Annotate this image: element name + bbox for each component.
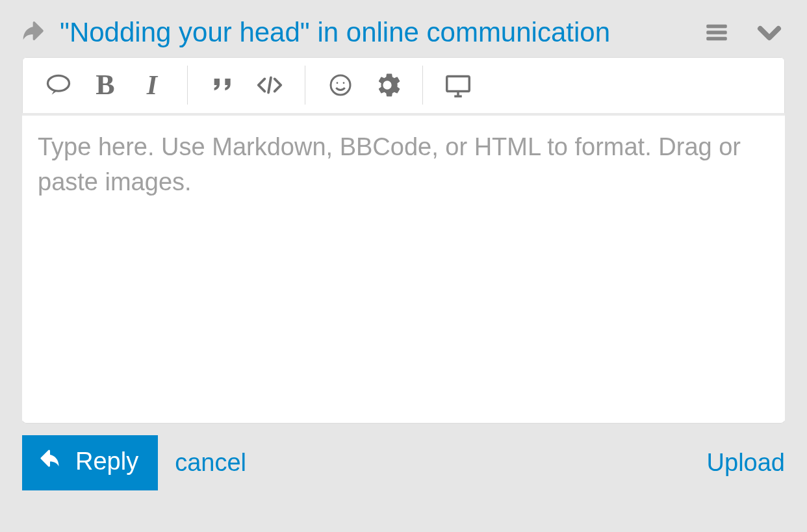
gear-icon	[374, 72, 400, 98]
reply-composer: "Nodding your head" in online communicat…	[0, 0, 807, 513]
monitor-icon	[443, 70, 473, 100]
emoji-button[interactable]	[317, 66, 364, 105]
svg-point-5	[331, 75, 350, 95]
code-icon	[255, 70, 285, 100]
header-right	[703, 17, 785, 48]
italic-icon: I	[147, 71, 157, 99]
header-left: "Nodding your head" in online communicat…	[22, 17, 690, 48]
code-button[interactable]	[246, 66, 293, 105]
reply-button-label: Reply	[75, 448, 138, 475]
cancel-link[interactable]: cancel	[175, 449, 246, 477]
svg-rect-1	[706, 31, 727, 34]
smile-icon	[327, 72, 353, 98]
editor-toolbar: B I	[22, 57, 785, 116]
bold-button[interactable]: B	[82, 66, 129, 105]
toolbar-separator	[422, 66, 423, 105]
svg-line-4	[268, 78, 271, 93]
svg-point-3	[48, 75, 70, 91]
toolbar-separator	[305, 66, 305, 105]
svg-point-7	[343, 82, 345, 84]
topic-title-link[interactable]: "Nodding your head" in online communicat…	[60, 17, 610, 48]
editor-panel: B I	[22, 57, 785, 424]
svg-rect-0	[706, 25, 727, 29]
composer-footer: Reply cancel Upload	[22, 435, 785, 490]
reply-arrow-icon	[22, 18, 48, 47]
svg-rect-8	[447, 77, 470, 92]
upload-link[interactable]: Upload	[707, 449, 785, 477]
italic-button[interactable]: I	[129, 66, 175, 105]
composer-header: "Nodding your head" in online communicat…	[22, 17, 785, 48]
reply-icon	[40, 447, 64, 476]
options-button[interactable]	[364, 66, 411, 105]
svg-rect-2	[706, 37, 727, 41]
chevron-down-icon[interactable]	[754, 17, 785, 48]
quote-icon	[210, 72, 236, 98]
svg-point-6	[337, 82, 339, 84]
preview-button[interactable]	[435, 66, 481, 105]
menu-icon[interactable]	[703, 19, 730, 46]
bold-icon: B	[96, 71, 114, 99]
reply-textarea[interactable]	[22, 116, 785, 421]
toolbar-separator	[187, 66, 188, 105]
reply-button[interactable]: Reply	[22, 435, 158, 490]
speech-bubble-icon[interactable]	[35, 66, 82, 105]
quote-button[interactable]	[199, 66, 246, 105]
